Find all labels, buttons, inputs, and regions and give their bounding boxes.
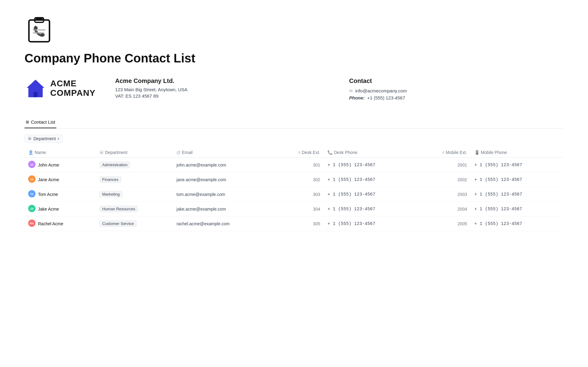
col-header-email: @Email bbox=[173, 148, 274, 158]
building-col-icon: 🏛 bbox=[100, 150, 104, 155]
person-col-icon: 👤 bbox=[28, 150, 33, 155]
cell-mobile-ext: 2003 bbox=[417, 187, 471, 202]
cell-desk-ext: 303 bbox=[275, 187, 324, 202]
table-header: 👤Name 🏛Department @Email #Desk Ext. 📞Des… bbox=[24, 148, 564, 158]
phone-label: Phone: bbox=[349, 95, 365, 100]
department-badge: Finances bbox=[100, 176, 121, 183]
avatar: JA bbox=[28, 161, 36, 169]
svg-text:RA: RA bbox=[30, 222, 34, 225]
col-header-desk-ext: #Desk Ext. bbox=[275, 148, 324, 158]
hash-mobile-ext-icon: # bbox=[442, 150, 445, 155]
table-row: JA John Acme Administration john.acme@ex… bbox=[24, 158, 564, 172]
contact-name: Jane Acme bbox=[38, 177, 59, 182]
avatar: TA bbox=[28, 190, 36, 198]
department-badge: Customer Service bbox=[100, 220, 137, 227]
contact-table: 👤Name 🏛Department @Email #Desk Ext. 📞Des… bbox=[24, 148, 564, 231]
cell-desk-ext: 305 bbox=[275, 216, 324, 231]
cell-mobile-ext: 2001 bbox=[417, 158, 471, 172]
avatar: JA bbox=[28, 175, 36, 184]
logo-text: ACMECOMPANY bbox=[50, 79, 96, 98]
department-badge: Human Resources bbox=[100, 206, 138, 212]
table-row: RA Rachel Acme Customer Service rachel.a… bbox=[24, 216, 564, 231]
phone-col-icon: 📞 bbox=[327, 150, 333, 155]
hash-desk-ext-icon: # bbox=[298, 150, 301, 155]
avatar: RA bbox=[28, 219, 36, 228]
chevron-down-icon: ▾ bbox=[58, 137, 59, 141]
tab-label: Contact List bbox=[31, 119, 55, 125]
tab-contact-list[interactable]: ⊞ Contact List bbox=[24, 117, 56, 128]
contact-section: Contact ✉ info@acmecompany.com Phone: +1… bbox=[349, 77, 564, 102]
svg-text:📞: 📞 bbox=[33, 25, 46, 37]
company-name: Acme Company Ltd. bbox=[115, 77, 330, 84]
cell-email: tom.acme@example.com bbox=[173, 187, 274, 202]
cell-desk-ext: 301 bbox=[275, 158, 324, 172]
svg-rect-7 bbox=[34, 92, 38, 97]
svg-text:TA: TA bbox=[30, 193, 34, 196]
svg-text:JA: JA bbox=[30, 163, 34, 166]
page-title: Company Phone Contact List bbox=[24, 51, 564, 65]
cell-name: JA John Acme bbox=[24, 158, 96, 172]
at-col-icon: @ bbox=[176, 150, 181, 155]
cell-desk-phone: + 1 (555) 123-4567 bbox=[324, 158, 417, 172]
svg-text:JA: JA bbox=[30, 207, 34, 210]
avatar: JA bbox=[28, 205, 36, 213]
cell-desk-ext: 302 bbox=[275, 172, 324, 187]
cell-department: Finances bbox=[96, 172, 173, 187]
company-email: info@acmecompany.com bbox=[355, 88, 407, 93]
cell-mobile-phone: + 1 (555) 123-4567 bbox=[471, 202, 564, 216]
col-header-name: 👤Name bbox=[24, 148, 96, 158]
cell-desk-phone: + 1 (555) 123-4567 bbox=[324, 216, 417, 231]
cell-name: JA Jane Acme bbox=[24, 172, 96, 187]
col-header-mobile-ext: #Mobile Ext. bbox=[417, 148, 471, 158]
contact-name: Tom Acme bbox=[38, 192, 58, 197]
cell-name: JA Jake Acme bbox=[24, 202, 96, 216]
cell-email: rachel.acme@example.com bbox=[173, 216, 274, 231]
company-phone-row: Phone: +1 (555) 123-4567 bbox=[349, 95, 564, 100]
company-phone: +1 (555) 123-4567 bbox=[367, 95, 405, 100]
department-badge: Marketing bbox=[100, 191, 123, 197]
filter-building-icon: 🏛 bbox=[28, 137, 32, 141]
contact-name: John Acme bbox=[38, 163, 59, 167]
table-row: JA Jane Acme Finances jane.acme@example.… bbox=[24, 172, 564, 187]
cell-mobile-ext: 2005 bbox=[417, 216, 471, 231]
contact-name: Jake Acme bbox=[38, 207, 59, 212]
table-icon: ⊞ bbox=[26, 120, 29, 124]
company-logo: ACMECOMPANY bbox=[24, 77, 96, 99]
cell-desk-phone: + 1 (555) 123-4567 bbox=[324, 187, 417, 202]
cell-department: Administration bbox=[96, 158, 173, 172]
col-header-department: 🏛Department bbox=[96, 148, 173, 158]
department-filter-button[interactable]: 🏛 Department ▾ bbox=[24, 135, 63, 143]
cell-email: jake.acme@example.com bbox=[173, 202, 274, 216]
table-body: JA John Acme Administration john.acme@ex… bbox=[24, 158, 564, 231]
cell-mobile-phone: + 1 (555) 123-4567 bbox=[471, 216, 564, 231]
cell-desk-phone: + 1 (555) 123-4567 bbox=[324, 202, 417, 216]
col-header-desk-phone: 📞Desk Phone bbox=[324, 148, 417, 158]
company-header: ACMECOMPANY Acme Company Ltd. 123 Main B… bbox=[24, 77, 564, 102]
cell-mobile-phone: + 1 (555) 123-4567 bbox=[471, 187, 564, 202]
department-badge: Administration bbox=[100, 162, 130, 168]
svg-text:JA: JA bbox=[30, 178, 34, 181]
cell-mobile-ext: 2004 bbox=[417, 202, 471, 216]
company-vat: VAT: ES 123 4567 89 bbox=[115, 93, 330, 99]
filter-label: Department bbox=[33, 136, 56, 141]
contact-section-title: Contact bbox=[349, 77, 564, 84]
company-info-block: Acme Company Ltd. 123 Main Big Street, A… bbox=[115, 77, 330, 99]
col-header-mobile-phone: 📱Mobile Phone bbox=[471, 148, 564, 158]
mobile-col-icon: 📱 bbox=[474, 150, 480, 155]
company-email-row: ✉ info@acmecompany.com bbox=[349, 88, 564, 93]
cell-department: Customer Service bbox=[96, 216, 173, 231]
company-address: 123 Main Big Street, Anytown, USA bbox=[115, 87, 330, 92]
cell-mobile-ext: 2002 bbox=[417, 172, 471, 187]
cell-desk-phone: + 1 (555) 123-4567 bbox=[324, 172, 417, 187]
cell-name: TA Tom Acme bbox=[24, 187, 96, 202]
cell-email: john.acme@example.com bbox=[173, 158, 274, 172]
cell-department: Marketing bbox=[96, 187, 173, 202]
email-icon: ✉ bbox=[349, 88, 353, 93]
cell-desk-ext: 304 bbox=[275, 202, 324, 216]
cell-email: jane.acme@example.com bbox=[173, 172, 274, 187]
cell-name: RA Rachel Acme bbox=[24, 216, 96, 231]
table-row: TA Tom Acme Marketing tom.acme@example.c… bbox=[24, 187, 564, 202]
table-row: JA Jake Acme Human Resources jake.acme@e… bbox=[24, 202, 564, 216]
tab-bar: ⊞ Contact List bbox=[24, 117, 564, 129]
page-icon: 📞 bbox=[24, 15, 54, 44]
